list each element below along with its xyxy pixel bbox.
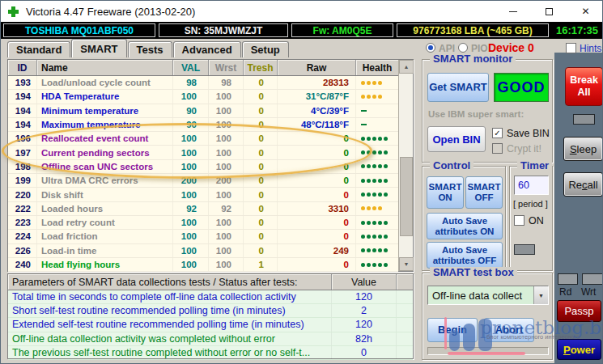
smart-attribute-row[interactable]: 194Minimum temperature9010004°C/39°F xyxy=(8,104,398,118)
auto-save-on-button[interactable]: Auto Save attributes ON xyxy=(427,213,503,239)
health-dot-icon xyxy=(367,248,371,252)
attr-health xyxy=(356,230,398,243)
begin-button[interactable]: Begin xyxy=(427,318,478,342)
attr-health xyxy=(356,188,398,201)
smart-off-button[interactable]: SMART OFF xyxy=(465,176,503,209)
attr-name: Loaded hours xyxy=(37,202,173,215)
attr-wrst: 100 xyxy=(209,132,244,145)
header-wrst[interactable]: Wrst xyxy=(209,60,244,75)
smart-attribute-row[interactable]: 240Head flying hours10010010 xyxy=(8,258,398,272)
header-name[interactable]: Name xyxy=(37,60,173,75)
attr-id: 224 xyxy=(8,230,37,243)
header-id[interactable]: ID xyxy=(8,60,37,75)
close-icon: ✕ xyxy=(581,6,589,17)
attr-wrst: 200 xyxy=(209,174,244,187)
smart-attribute-row[interactable]: 194HDA Temperature100100031°C/87°F xyxy=(8,90,398,104)
power-button[interactable]: Power xyxy=(557,339,601,360)
timer-on-checkbox[interactable] xyxy=(514,215,524,226)
password-button[interactable]: Passp xyxy=(557,300,601,322)
busy-led xyxy=(573,114,595,125)
tab-setup[interactable]: Setup xyxy=(242,41,289,57)
health-dot-icon xyxy=(367,179,371,183)
smart-attribute-row[interactable]: 224Load friction10010000 xyxy=(8,230,398,243)
auto-save-off-button[interactable]: Auto Save attributes OFF xyxy=(427,242,503,269)
open-bin-button[interactable]: Open BIN xyxy=(427,126,486,152)
recall-button[interactable]: Recall xyxy=(563,172,603,197)
timer-led xyxy=(514,244,535,255)
drive-model: TOSHIBA MQ01ABF050 xyxy=(3,23,155,37)
chevron-down-icon[interactable]: ▼ xyxy=(533,286,548,304)
attr-name: Current pending sectors xyxy=(37,146,173,159)
drive-serial: SN: 35MJWMZJT xyxy=(159,23,288,37)
scroll-up-icon[interactable]: ▲ xyxy=(399,60,414,74)
smart-attribute-row[interactable]: 226Load-in time1001000249 xyxy=(8,244,398,258)
minimize-button[interactable] xyxy=(495,1,531,22)
header-val[interactable]: VAL xyxy=(173,60,209,75)
smart-attribute-row[interactable]: 193Load/unload cycle count9898028313 xyxy=(8,76,398,90)
hints-checkbox[interactable] xyxy=(566,43,576,53)
save-bin-checkbox[interactable]: ✓ xyxy=(492,128,503,138)
header-tresh[interactable]: Tresh xyxy=(244,60,278,75)
smart-attribute-row[interactable]: 198Offline scan UNC sectors10010000 xyxy=(8,160,398,174)
tab-advanced[interactable]: Advanced xyxy=(173,41,241,57)
tab-tests[interactable]: Tests xyxy=(128,41,172,57)
smart-attribute-row[interactable]: 223Load retry count10010000 xyxy=(8,216,398,230)
param-value: 0 xyxy=(332,346,397,359)
smart-attribute-row[interactable]: 194Maximum temperature90100048°C/118°F xyxy=(8,118,398,132)
attr-tresh: 0 xyxy=(244,174,278,187)
attr-tresh: 0 xyxy=(244,76,278,89)
smart-on-button[interactable]: SMART ON xyxy=(427,176,464,209)
health-dot-icon xyxy=(367,150,371,154)
attr-id: 240 xyxy=(8,258,37,271)
health-dot-icon xyxy=(361,193,365,197)
scrollbar-thumb[interactable] xyxy=(400,157,413,236)
tab-smart[interactable]: SMART xyxy=(71,39,126,57)
attr-name: Reallocated event count xyxy=(37,132,173,145)
smart-attribute-row[interactable]: 196Reallocated event count10010000 xyxy=(8,132,398,146)
params-row: Total time in seconds to complete off-li… xyxy=(8,290,413,304)
device-label: Device 0 xyxy=(488,41,534,54)
health-dot-icon xyxy=(384,248,388,252)
param-label: Short self-test routine recommended poll… xyxy=(8,304,332,317)
timer-period-label: [ period ] xyxy=(513,199,548,209)
sleep-button[interactable]: Sleep xyxy=(563,137,603,161)
maximize-button[interactable] xyxy=(531,1,567,22)
health-dot-icon xyxy=(367,81,371,85)
crypt-it-label: Crypt it! xyxy=(507,143,541,154)
pio-radio[interactable] xyxy=(458,43,468,53)
header-health[interactable]: Health xyxy=(356,60,398,75)
attr-raw: 0 xyxy=(278,188,356,201)
close-button[interactable]: ✕ xyxy=(567,1,603,22)
crypt-it-checkbox[interactable] xyxy=(492,143,503,154)
param-value: 2 xyxy=(332,304,397,317)
timer-period-input[interactable]: 60 xyxy=(514,176,549,195)
attr-val: 100 xyxy=(173,216,209,229)
attr-wrst: 100 xyxy=(209,188,244,201)
attr-health xyxy=(356,76,398,89)
attr-id: 198 xyxy=(8,160,37,173)
smart-attribute-row[interactable]: 197Current pending sectors10010000 xyxy=(8,146,398,159)
test-type-dropdown[interactable]: Off-line data collect ▼ xyxy=(427,286,549,305)
tab-standard[interactable]: Standard xyxy=(7,41,70,57)
attr-val: 100 xyxy=(173,90,209,103)
attr-id: 222 xyxy=(8,202,37,215)
smart-attribute-row[interactable]: 220Disk shift10010000 xyxy=(8,188,398,201)
api-radio[interactable] xyxy=(426,43,435,53)
abort-button[interactable]: Abort xyxy=(484,318,534,342)
attr-id: 193 xyxy=(8,76,37,89)
header-raw[interactable]: Raw xyxy=(278,60,356,75)
get-smart-button[interactable]: Get SMART xyxy=(427,73,489,102)
scroll-down-icon[interactable]: ▼ xyxy=(399,257,414,271)
table-scrollbar[interactable]: ▲ ▼ xyxy=(398,60,413,271)
attr-val: 90 xyxy=(173,104,209,117)
params-header-label: Parameters of SMART data collections tes… xyxy=(8,274,332,290)
health-dot-icon xyxy=(384,150,388,154)
break-all-button[interactable]: Break All xyxy=(565,67,603,106)
control-title: Control xyxy=(430,160,473,171)
param-label: The previous self-test routine completed… xyxy=(8,346,332,359)
smart-attribute-row[interactable]: 199Ultra DMA CRC errors20020000 xyxy=(8,174,398,188)
smart-table-body: 193Load/unload cycle count9898028313194H… xyxy=(8,76,398,272)
health-dot-icon xyxy=(372,150,376,154)
smart-attribute-row[interactable]: 222Loaded hours929203310 xyxy=(8,202,398,216)
attr-wrst: 92 xyxy=(209,202,244,215)
